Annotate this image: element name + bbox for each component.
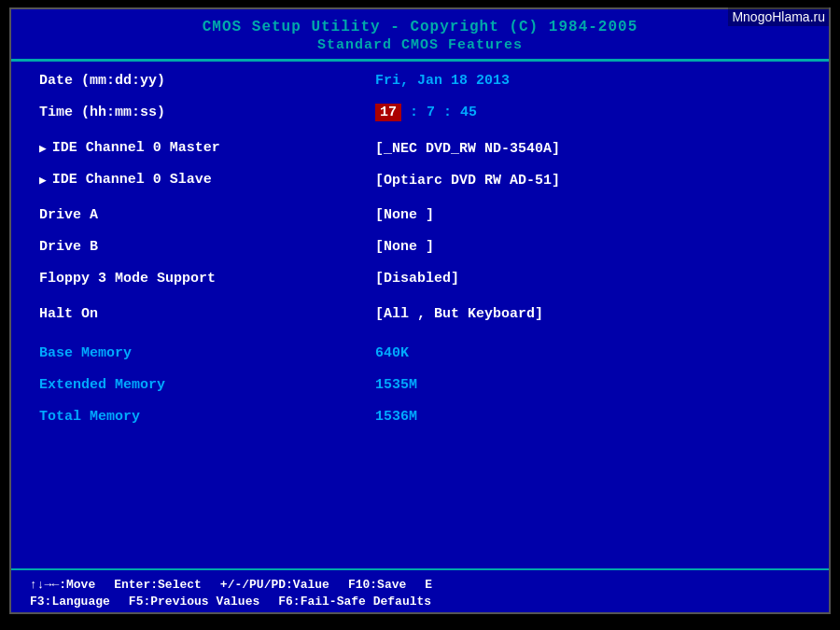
- watermark: MnogoHlama.ru: [728, 7, 829, 26]
- time-rest: : 7 : 45: [401, 105, 477, 120]
- key-move: ↑↓→←:Move: [30, 578, 95, 592]
- date-row: Date (mm:dd:yy) Fri, Jan 18 2013: [39, 73, 801, 99]
- header-subtitle: Standard CMOS Features: [11, 37, 829, 53]
- total-memory-label: Total Memory: [39, 409, 375, 425]
- halt-value: [All , But Keyboard]: [375, 306, 801, 322]
- base-memory-row: Base Memory 640K: [39, 345, 801, 371]
- arrow-icon-ide0: ▶: [39, 141, 47, 156]
- total-memory-value: 1536M: [375, 409, 801, 425]
- drive-a-label: Drive A: [39, 207, 375, 223]
- bios-screen: CMOS Setup Utility - Copyright (C) 1984-…: [9, 7, 831, 614]
- ide1-value: [Optiarc DVD RW AD-51]: [375, 173, 801, 189]
- extended-memory-label: Extended Memory: [39, 377, 375, 393]
- time-row: Time (hh:mm:ss) 17 : 7 : 45: [39, 105, 801, 131]
- time-label: Time (hh:mm:ss): [39, 105, 375, 120]
- key-e: E: [425, 578, 432, 592]
- ide0-label: ▶ IDE Channel 0 Master: [39, 140, 375, 156]
- floppy-label: Floppy 3 Mode Support: [39, 271, 375, 287]
- drive-a-row: Drive A [None ]: [39, 207, 801, 233]
- time-hour: 17: [375, 104, 401, 121]
- extended-memory-value: 1535M: [375, 377, 801, 393]
- extended-memory-row: Extended Memory 1535M: [39, 377, 801, 403]
- drive-b-row: Drive B [None ]: [39, 239, 801, 265]
- base-memory-value: 640K: [375, 345, 801, 361]
- bottom-bar: ↑↓→←:Move Enter:Select +/-/PU/PD:Value F…: [11, 568, 829, 612]
- ide1-label: ▶ IDE Channel 0 Slave: [39, 172, 375, 188]
- ide0-value: [_NEC DVD_RW ND-3540A]: [375, 141, 801, 157]
- key-save: F10:Save: [348, 578, 406, 592]
- time-value: 17 : 7 : 45: [375, 105, 801, 120]
- halt-row: Halt On [All , But Keyboard]: [39, 306, 801, 332]
- bottom-row2: F3:Language F5:Previous Values F6:Fail-S…: [30, 595, 810, 609]
- key-prev: F5:Previous Values: [129, 595, 259, 609]
- header-section: CMOS Setup Utility - Copyright (C) 1984-…: [11, 9, 829, 60]
- base-memory-label: Base Memory: [39, 345, 375, 361]
- arrow-icon-ide1: ▶: [39, 173, 47, 188]
- floppy-value: [Disabled]: [375, 271, 801, 287]
- drive-a-value: [None ]: [375, 207, 801, 223]
- key-select: Enter:Select: [114, 578, 202, 592]
- ide1-row: ▶ IDE Channel 0 Slave [Optiarc DVD RW AD…: [39, 172, 801, 198]
- main-content: Date (mm:dd:yy) Fri, Jan 18 2013 Time (h…: [11, 62, 829, 568]
- total-memory-row: Total Memory 1536M: [39, 409, 801, 435]
- date-value: Fri, Jan 18 2013: [375, 73, 801, 89]
- ide0-row: ▶ IDE Channel 0 Master [_NEC DVD_RW ND-3…: [39, 140, 801, 166]
- key-language: F3:Language: [30, 595, 110, 609]
- key-value: +/-/PU/PD:Value: [220, 578, 329, 592]
- halt-label: Halt On: [39, 306, 375, 322]
- drive-b-value: [None ]: [375, 239, 801, 255]
- key-failsafe: F6:Fail-Safe Defaults: [278, 595, 431, 609]
- header-title: CMOS Setup Utility - Copyright (C) 1984-…: [11, 19, 829, 35]
- drive-b-label: Drive B: [39, 239, 375, 255]
- bottom-row1: ↑↓→←:Move Enter:Select +/-/PU/PD:Value F…: [30, 578, 810, 592]
- date-label: Date (mm:dd:yy): [39, 73, 375, 89]
- floppy-row: Floppy 3 Mode Support [Disabled]: [39, 271, 801, 297]
